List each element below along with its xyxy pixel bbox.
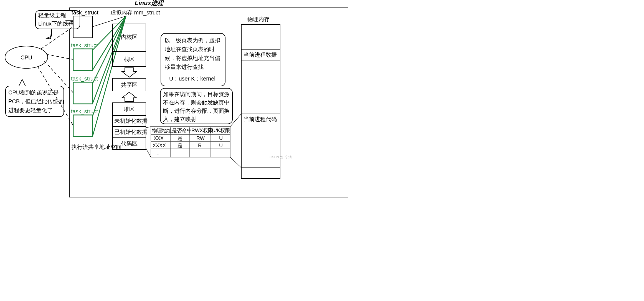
conn-task2-mm-a bbox=[93, 16, 126, 83]
diagram-title: Linux进程 bbox=[135, 0, 164, 6]
pt-r1c3: R bbox=[198, 143, 202, 148]
conn-pt-phys-bot bbox=[230, 157, 241, 168]
note-pagetable-l3: 候，将虚拟地址充当偏 bbox=[165, 55, 220, 61]
pt-r0c3: RW bbox=[196, 136, 205, 141]
task-struct-label-1: task_struct bbox=[71, 42, 98, 49]
note-fault-l1: 如果在访问期间，目标资源 bbox=[163, 91, 230, 97]
arrow-down-icon bbox=[122, 68, 136, 77]
pt-r0c1: XXX bbox=[154, 136, 164, 141]
diagram-root: Linux进程 CPU 轻量级进程 Linux下的线程 CPU看到的虽说还是 P… bbox=[0, 0, 429, 201]
pt-r0c4: U bbox=[219, 136, 223, 141]
pt-r1c2: 是 bbox=[178, 143, 182, 148]
bubble-cpu-note-l2: PCB，但已经比传统的 bbox=[8, 98, 64, 104]
note-pagetable-l4: 移量来进行查找 bbox=[165, 64, 204, 70]
conn-vm-text-pt-bot bbox=[146, 148, 151, 157]
phys-mem-title: 物理内存 bbox=[247, 16, 270, 22]
watermark: CSDN @_宁清 bbox=[270, 155, 292, 159]
pt-r2c1: ... bbox=[155, 150, 159, 155]
pt-h4: U/K权限 bbox=[212, 128, 230, 133]
bubble-thread-l1: 轻量级进程 bbox=[38, 12, 66, 18]
vm-heap-label: 堆区 bbox=[123, 106, 135, 112]
cpu-label: CPU bbox=[21, 54, 32, 61]
pt-h2: 是否命中 bbox=[172, 128, 192, 133]
vm-column: 内核区 栈区 共享区 堆区 未初始化数据 已初始化数据 代码区 bbox=[113, 24, 148, 149]
pt-h1: 物理地址 bbox=[152, 128, 172, 133]
task-struct-label-0: task_struct bbox=[72, 9, 98, 16]
note-pagetable-l2: 地址在查找页表的时 bbox=[164, 46, 215, 52]
phys-code-label: 当前进程代码 bbox=[244, 116, 277, 122]
vm-data-label: 已初始化数据 bbox=[114, 129, 148, 135]
conn-task3-mm-a bbox=[93, 16, 126, 116]
bubble-thread-l2: Linux下的线程 bbox=[38, 21, 74, 27]
vm-text-label: 代码区 bbox=[121, 141, 138, 147]
pt-r0c2: 是 bbox=[178, 136, 182, 141]
note-pagetable-l1: 以一级页表为例，虚拟 bbox=[165, 37, 220, 43]
vm-stack-label: 栈区 bbox=[123, 56, 135, 62]
task-struct-box-2 bbox=[73, 82, 93, 104]
bubble-thread-tail bbox=[47, 29, 52, 39]
pt-h3: RWX权限 bbox=[191, 128, 213, 133]
bubble-cpu-note-l1: CPU看到的虽说还是 bbox=[8, 89, 59, 96]
task-struct-box-1 bbox=[73, 49, 93, 71]
vm-bss-label: 未初始化数据 bbox=[114, 118, 148, 124]
arrow-up-icon bbox=[122, 92, 136, 102]
vm-kernel-label: 内核区 bbox=[121, 34, 138, 40]
dash-cpu-task0 bbox=[41, 27, 73, 49]
page-table: 物理地址 是否命中 RWX权限 U/K权限 XXX 是 RW U XXXX 是 … bbox=[151, 127, 230, 157]
pt-r1c1: XXXX bbox=[153, 143, 166, 148]
bubble-cpu-note-l3: 进程要更轻量化了 bbox=[8, 107, 53, 113]
exec-caption: 执行流共享地址空间 bbox=[72, 144, 121, 150]
phys-data-label: 当前进程数据 bbox=[244, 52, 277, 58]
pt-r1c4: U bbox=[219, 143, 223, 148]
note-fault-l2: 不在内存，则会触发缺页中 bbox=[163, 99, 230, 106]
task-struct-box-3 bbox=[73, 115, 93, 137]
bubble-cpu-note-tail bbox=[19, 79, 26, 86]
note-fault-l4: 入，建立映射 bbox=[163, 116, 196, 122]
mm-struct-label: 虚拟内存 mm_struct bbox=[110, 9, 160, 16]
conn-task2-mm-b bbox=[93, 16, 126, 103]
note-pagetable-l5: U：user K：kernel bbox=[169, 76, 215, 82]
note-fault-l3: 断，进行内存分配，页面换 bbox=[163, 108, 230, 114]
vm-shared-label: 共享区 bbox=[121, 82, 138, 88]
conn-vm-data-pt-top bbox=[146, 127, 151, 128]
